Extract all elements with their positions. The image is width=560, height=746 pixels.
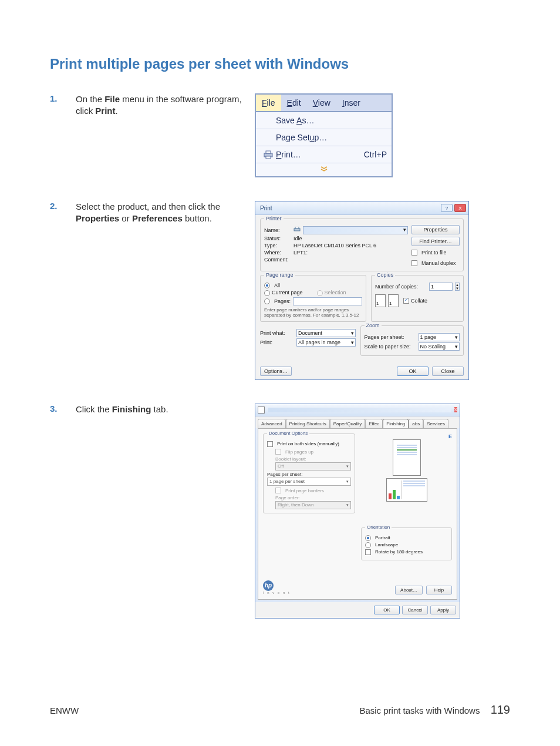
tab-advanced[interactable]: Advanced [258, 419, 286, 428]
legend: Zoom [365, 322, 382, 328]
status-value: Idle [294, 236, 302, 241]
close-button[interactable]: Close [432, 367, 464, 376]
radio-selection[interactable]: Selection [317, 290, 346, 296]
t: or [119, 213, 132, 223]
chevron-down-icon: ▾ [351, 330, 354, 336]
radio-current-page[interactable]: Current page [264, 290, 303, 296]
step-2-figure: Print ? X Printer Name: [255, 201, 510, 380]
tab-printing-shortcuts[interactable]: Printing Shortcuts [286, 419, 330, 428]
comment-label: Comment: [264, 257, 291, 263]
value: Right, then Down [278, 502, 313, 508]
t: button. [183, 213, 212, 223]
name-label: Name: [264, 227, 291, 233]
scale-label: Scale to paper size: [365, 344, 416, 350]
value: All pages in range [298, 340, 340, 345]
type-value: HP LaserJet CM1410 Series PCL 6 [294, 243, 376, 248]
print-to-file-checkbox[interactable]: Print to file [411, 250, 460, 256]
legend: Printer [264, 216, 284, 221]
collate-checkbox[interactable]: Collate [403, 298, 427, 304]
radio-portrait[interactable]: Portrait [365, 535, 448, 541]
svg-rect-4 [295, 227, 299, 228]
menu-bar: File Edit View Inser [256, 95, 392, 112]
pages-per-sheet-label: Pages per sheet: [267, 472, 351, 477]
print-what-dropdown[interactable]: Document▾ [296, 329, 356, 337]
where-label: Where: [264, 250, 291, 256]
radio-landscape[interactable]: Landscape [365, 542, 448, 548]
rotate-checkbox[interactable]: Rotate by 180 degrees [365, 549, 448, 555]
print-both-sides-checkbox[interactable]: Print on both sides (manually) [267, 441, 351, 447]
collate-icon: 11 [375, 294, 399, 307]
titlebar: X [255, 404, 460, 416]
svg-rect-1 [266, 151, 271, 153]
print-pages-dropdown[interactable]: All pages in range▾ [296, 338, 356, 347]
scale-dropdown[interactable]: No Scaling▾ [419, 342, 460, 351]
print-pages-label: Print: [260, 340, 294, 345]
label: Flip pages up [285, 449, 313, 455]
apply-button[interactable]: Apply [430, 606, 456, 614]
tab-services[interactable]: Services [423, 419, 448, 428]
pages-per-sheet-label: Pages per sheet: [365, 334, 416, 340]
pages-per-sheet-dropdown[interactable]: 1 page per sheet▾ [267, 478, 351, 486]
tab-finishing[interactable]: Finishing [383, 419, 409, 428]
b: Finishing [112, 404, 151, 414]
pages-per-sheet-dropdown[interactable]: 1 page▾ [419, 333, 460, 341]
printer-name-dropdown[interactable]: ▾ [303, 226, 408, 234]
manual-duplex-checkbox[interactable]: Manual duplex [411, 260, 460, 266]
document-options-group: Document Options Print on both sides (ma… [263, 434, 355, 513]
section-title: Print multiple pages per sheet with Wind… [50, 56, 510, 72]
close-window-button[interactable]: X [454, 407, 457, 412]
chevron-down-icon: ▾ [346, 503, 349, 508]
chevron-down-icon: ▾ [455, 344, 458, 350]
label: Rotate by 180 degrees [375, 549, 423, 555]
legend: Page range [264, 272, 295, 278]
about-button[interactable]: About… [395, 586, 423, 594]
menu-item-print[interactable]: Print… Ctrl+P [256, 146, 392, 163]
menu-view[interactable]: View [307, 95, 336, 111]
menu-edit[interactable]: Edit [281, 95, 307, 111]
t: Click the [76, 404, 112, 414]
expand-menu-icon[interactable] [256, 163, 392, 176]
legend: Document Options [267, 431, 309, 436]
options-button[interactable]: Options… [260, 367, 292, 376]
menu-file[interactable]: File [256, 95, 281, 111]
help-button[interactable]: ? [441, 204, 453, 212]
label: Selection [325, 290, 346, 295]
tab-effects[interactable]: Effec [365, 419, 383, 428]
ok-button[interactable]: OK [374, 606, 400, 614]
t: Select the product, and then click the [76, 201, 220, 211]
ok-button[interactable]: OK [397, 367, 429, 376]
printer-icon [294, 227, 301, 234]
t: tab. [151, 404, 168, 414]
where-value: LPT1: [294, 250, 308, 256]
label: Print… [276, 150, 364, 159]
num-copies-input[interactable] [429, 283, 453, 291]
tab-paper-quality[interactable]: Paper/Quality [330, 419, 365, 428]
menu-insert[interactable]: Inser [336, 95, 366, 111]
step-1-figure: File Edit View Inser Save As… Page Setup… [255, 93, 510, 177]
chevron-down-icon: ▾ [403, 227, 406, 233]
print-what-label: Print what: [260, 330, 294, 336]
b: Print [95, 106, 115, 116]
svg-rect-2 [266, 156, 271, 159]
printer-group: Printer Name: ▾ [260, 219, 464, 271]
menu-item-save-as[interactable]: Save As… [256, 112, 392, 129]
menu-item-page-setup[interactable]: Page Setup… [256, 129, 392, 146]
titlebar: Print ? X [255, 201, 468, 215]
title-blur [268, 408, 451, 412]
value: Off [278, 463, 284, 469]
help-button[interactable]: Help [426, 586, 452, 594]
radio-pages[interactable]: Pages: [264, 297, 362, 305]
close-window-button[interactable]: X [454, 204, 466, 212]
tab-content: Document Options Print on both sides (ma… [258, 428, 457, 600]
cancel-button[interactable]: Cancel [402, 606, 428, 614]
radio-all[interactable]: All [264, 283, 362, 288]
pages-input[interactable] [293, 297, 362, 305]
zoom-group: Zoom Pages per sheet: 1 page▾ Scale to p… [360, 325, 464, 356]
find-printer-button[interactable]: Find Printer… [411, 237, 460, 246]
copies-stepper[interactable]: ▲▼ [455, 283, 460, 291]
properties-button[interactable]: Properties [411, 225, 460, 234]
dialog-title: Print [260, 205, 272, 211]
value: 1 page [420, 334, 437, 340]
orientation-group: Orientation Portrait Landscape Rotate by… [361, 527, 452, 560]
tab-abs[interactable]: abs [409, 419, 423, 428]
